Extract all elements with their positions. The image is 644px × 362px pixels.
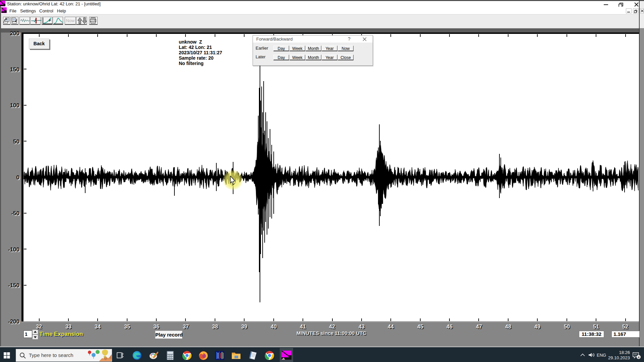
svg-text:4: 4	[638, 356, 640, 359]
